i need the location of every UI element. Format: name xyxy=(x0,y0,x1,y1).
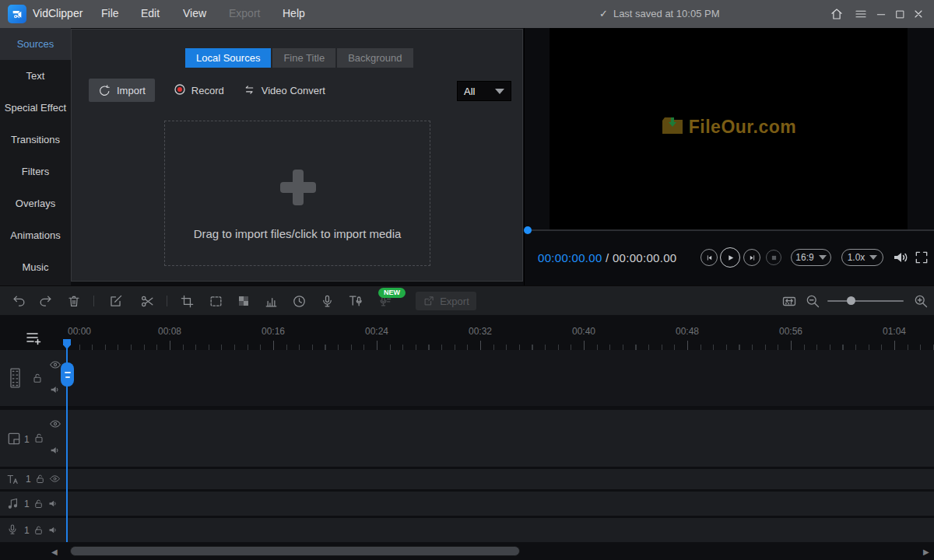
seek-bar[interactable] xyxy=(525,229,934,231)
track-music[interactable]: 1 xyxy=(0,492,934,516)
source-actions: Import Record Video Convert xyxy=(89,78,325,103)
filter-dropdown[interactable]: All xyxy=(457,81,511,101)
sidebar-item-music[interactable]: Music xyxy=(0,251,71,283)
aspect-ratio-dropdown[interactable]: 16:9 xyxy=(791,249,831,266)
speaker-icon[interactable] xyxy=(47,524,59,536)
seek-handle[interactable] xyxy=(524,226,532,234)
maximize-button[interactable] xyxy=(891,6,908,22)
sidebar: Sources Text Special Effect Transitions … xyxy=(0,28,71,285)
chevron-down-icon xyxy=(819,255,827,260)
sidebar-item-overlays[interactable]: Overlays xyxy=(0,187,71,219)
eye-icon[interactable] xyxy=(49,359,61,371)
timeline-zoom-slider[interactable] xyxy=(827,300,904,302)
preview-panel: FileOur.com 00:00:00.00 / 00:00:00.00 16… xyxy=(524,28,934,285)
speaker-icon[interactable] xyxy=(49,383,61,396)
menu-file[interactable]: File xyxy=(101,7,119,19)
next-frame-button[interactable] xyxy=(743,249,760,266)
export-button: Export xyxy=(416,292,476,310)
eye-icon[interactable] xyxy=(49,418,61,430)
vidclipper-window: VidClipper File Edit View Export Help ✓ … xyxy=(0,0,934,560)
video-convert-button[interactable]: Video Convert xyxy=(243,84,325,97)
sidebar-item-special-effect[interactable]: Special Effect xyxy=(0,92,71,124)
record-icon xyxy=(174,83,186,98)
toolbar-separator xyxy=(93,296,94,306)
play-button[interactable] xyxy=(720,247,740,268)
app-name: VidClipper xyxy=(33,7,83,19)
edit-toolbar: NEW Export xyxy=(0,285,934,315)
track-pip-header: 1 xyxy=(0,410,66,467)
track-count: 1 xyxy=(24,525,30,536)
plus-icon xyxy=(280,170,316,205)
fit-timeline-icon[interactable] xyxy=(781,293,797,309)
track-pip[interactable]: 1 xyxy=(0,410,934,467)
stop-button xyxy=(766,250,781,265)
timecode-display: 00:00:00.00 / 00:00:00.00 xyxy=(538,251,677,264)
lock-icon[interactable] xyxy=(31,372,44,384)
media-dropzone[interactable]: Drag to import files/click to import med… xyxy=(164,121,430,266)
timeline-scrollbar-thumb[interactable] xyxy=(70,546,520,556)
check-icon: ✓ xyxy=(599,8,608,19)
scroll-left-icon[interactable]: ◀ xyxy=(51,548,58,556)
lock-icon[interactable] xyxy=(33,432,45,444)
total-time: 00:00:00.00 xyxy=(613,251,677,264)
beat-detect-icon[interactable] xyxy=(263,293,279,309)
lock-icon[interactable] xyxy=(34,473,46,485)
track-voice[interactable]: 1 xyxy=(0,518,934,542)
text-to-speech-icon[interactable] xyxy=(348,293,363,309)
current-time: 00:00:00.00 xyxy=(538,251,602,264)
record-button[interactable]: Record xyxy=(174,83,224,98)
menu-view[interactable]: View xyxy=(183,7,206,19)
undo-icon[interactable] xyxy=(11,293,26,309)
add-track-icon[interactable] xyxy=(24,329,43,348)
menu-edit[interactable]: Edit xyxy=(141,7,160,19)
cut-icon[interactable] xyxy=(139,293,155,309)
speaker-icon[interactable] xyxy=(49,444,61,457)
lock-icon[interactable] xyxy=(33,498,44,509)
title-bar: VidClipper File Edit View Export Help ✓ … xyxy=(0,0,934,28)
app-logo-icon xyxy=(8,5,26,23)
home-icon[interactable] xyxy=(828,6,845,22)
tab-fine-title[interactable]: Fine Title xyxy=(272,48,335,68)
sidebar-item-sources[interactable]: Sources xyxy=(0,28,71,60)
track-text[interactable]: 1 xyxy=(0,469,934,489)
lock-icon[interactable] xyxy=(33,524,44,536)
sources-tabs: Local Sources Fine Title Background xyxy=(185,48,415,68)
import-button[interactable]: Import xyxy=(89,79,155,102)
playback-speed-dropdown[interactable]: 1.0x xyxy=(841,249,883,266)
voiceover-icon[interactable] xyxy=(319,293,335,309)
video-preview[interactable]: FileOur.com xyxy=(550,28,908,229)
crop-icon[interactable] xyxy=(179,293,195,309)
sidebar-item-filters[interactable]: Filters xyxy=(0,156,71,187)
track-count: 1 xyxy=(24,499,30,509)
track-video-header xyxy=(0,350,66,406)
tab-local-sources[interactable]: Local Sources xyxy=(185,48,271,68)
zoom-out-icon[interactable] xyxy=(805,293,820,309)
hamburger-menu-icon[interactable] xyxy=(852,6,869,22)
convert-icon xyxy=(243,84,256,97)
track-video[interactable] xyxy=(0,350,934,406)
edit-clip-icon[interactable] xyxy=(107,293,123,309)
mosaic-icon[interactable] xyxy=(236,293,251,309)
close-button[interactable] xyxy=(910,6,927,22)
minimize-button[interactable] xyxy=(873,6,890,22)
volume-icon[interactable] xyxy=(891,248,910,267)
chevron-down-icon xyxy=(495,89,504,94)
sidebar-item-text[interactable]: Text xyxy=(0,60,71,92)
eye-icon[interactable] xyxy=(49,473,61,485)
tab-background[interactable]: Background xyxy=(337,48,413,68)
split-icon[interactable] xyxy=(208,293,223,309)
menu-help[interactable]: Help xyxy=(283,7,305,19)
zoom-in-icon[interactable] xyxy=(913,293,929,309)
redo-icon[interactable] xyxy=(37,293,53,309)
sidebar-item-animations[interactable]: Animations xyxy=(0,219,71,251)
fullscreen-icon[interactable] xyxy=(914,250,929,265)
playhead-handle[interactable] xyxy=(61,362,74,387)
zoom-slider-handle[interactable] xyxy=(847,296,855,305)
duration-icon[interactable] xyxy=(291,293,307,309)
delete-icon[interactable] xyxy=(66,293,82,309)
scroll-right-icon[interactable]: ▶ xyxy=(923,548,929,556)
previous-frame-button[interactable] xyxy=(700,249,718,266)
sidebar-item-transitions[interactable]: Transitions xyxy=(0,124,71,156)
speaker-icon[interactable] xyxy=(47,498,59,509)
music-note-icon xyxy=(6,497,19,513)
